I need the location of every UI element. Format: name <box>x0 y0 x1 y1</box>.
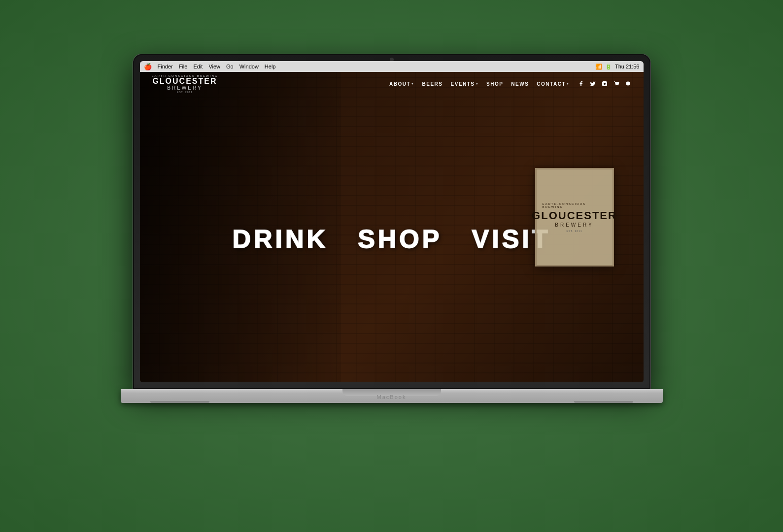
nav-news[interactable]: NEWS <box>511 81 529 87</box>
svg-point-4 <box>626 82 630 86</box>
edit-menu[interactable]: Edit <box>193 64 203 69</box>
svg-point-2 <box>615 86 616 86</box>
battery-icon: 🔋 <box>605 64 612 70</box>
file-menu[interactable]: File <box>179 64 188 69</box>
macbook-base: MacBook <box>121 389 663 403</box>
go-menu[interactable]: Go <box>226 64 234 69</box>
nav-about[interactable]: ABOUT ▾ <box>389 81 414 87</box>
facebook-icon[interactable] <box>578 80 584 87</box>
hero-area: EARTH-CONSCIOUS BREWING GLOUCESTER BREWE… <box>140 72 644 382</box>
macbook-foot-left <box>150 401 209 403</box>
nav-contact[interactable]: CONTACT ▾ <box>537 81 569 87</box>
navbar-logo[interactable]: EARTH-CONSCIOUS BREWING GLOUCESTER BREWE… <box>152 74 218 94</box>
wifi-icon: 📶 <box>595 64 602 70</box>
navbar-icons <box>578 80 632 87</box>
search-icon[interactable] <box>625 80 632 87</box>
logo-brand2: BREWERY <box>167 85 202 91</box>
navbar-nav: ABOUT ▾ BEERS EVENTS ▾ SHOP <box>389 81 570 87</box>
macbook-screen: 🍎 Finder File Edit View Go Window Help 📶… <box>140 61 644 382</box>
window-menu[interactable]: Window <box>239 64 259 69</box>
svg-line-5 <box>629 85 630 86</box>
nav-events[interactable]: EVENTS ▾ <box>451 81 479 87</box>
macbook-outer: 🍎 Finder File Edit View Go Window Help 📶… <box>121 54 663 478</box>
sign-brand1: GLOUCESTER <box>532 210 617 221</box>
navbar: EARTH-CONSCIOUS BREWING GLOUCESTER BREWE… <box>140 72 644 96</box>
about-dropdown-arrow: ▾ <box>411 82 414 86</box>
sign-brand2: BREWERY <box>555 222 593 228</box>
macos-right-status: 📶 🔋 Thu 21:56 <box>595 64 640 70</box>
events-dropdown-arrow: ▾ <box>476 82 479 86</box>
macos-menu-items: Finder File Edit View Go Window Help <box>158 64 276 69</box>
macos-menubar: 🍎 Finder File Edit View Go Window Help 📶… <box>140 61 644 72</box>
cta-drink[interactable]: DRINK <box>232 224 328 254</box>
sign-tagline: EARTH-CONSCIOUS BREWING <box>543 202 607 208</box>
brewery-sign: EARTH-CONSCIOUS BREWING GLOUCESTER BREWE… <box>535 168 614 266</box>
contact-dropdown-arrow: ▾ <box>567 82 570 86</box>
macbook-foot-right <box>574 401 633 403</box>
twitter-icon[interactable] <box>589 80 596 87</box>
view-menu[interactable]: View <box>208 64 220 69</box>
sign-sub: EST. 2011 <box>566 230 582 233</box>
macbook-brand-label: MacBook <box>377 394 407 400</box>
cart-icon[interactable] <box>613 80 620 87</box>
nav-beers[interactable]: BEERS <box>422 81 443 87</box>
logo-sub: EST. 2011 <box>177 91 193 94</box>
screen-inner: 🍎 Finder File Edit View Go Window Help 📶… <box>140 61 644 382</box>
logo-brand1: GLOUCESTER <box>152 77 217 85</box>
help-menu[interactable]: Help <box>265 64 276 69</box>
svg-point-3 <box>618 86 618 86</box>
cta-shop[interactable]: SHOP <box>358 224 442 254</box>
macbook-screen-housing: 🍎 Finder File Edit View Go Window Help 📶… <box>133 54 650 389</box>
instagram-icon[interactable] <box>601 80 608 87</box>
clock-display: Thu 21:56 <box>615 64 640 69</box>
nav-shop[interactable]: SHOP <box>486 81 503 87</box>
finder-menu[interactable]: Finder <box>158 64 173 69</box>
apple-menu-icon[interactable]: 🍎 <box>144 63 152 70</box>
